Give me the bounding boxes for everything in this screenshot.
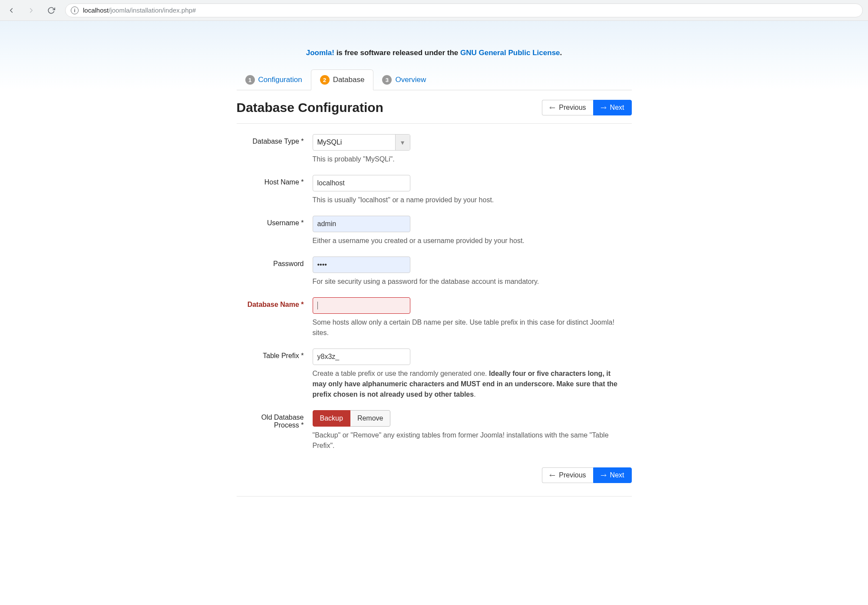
- label-host-name: Host Name *: [237, 175, 313, 186]
- tab-label: Configuration: [258, 76, 302, 84]
- username-input[interactable]: [313, 216, 410, 232]
- text-cursor: [317, 302, 318, 309]
- table-prefix-input[interactable]: [313, 349, 410, 365]
- backup-option[interactable]: Backup: [313, 410, 350, 427]
- row-username: Username * Either a username you created…: [237, 213, 632, 254]
- button-label: Next: [610, 471, 624, 479]
- browser-toolbar: i localhost/joomla/installation/index.ph…: [0, 0, 868, 21]
- tab-badge: 3: [382, 75, 392, 85]
- select-value: MySQLi: [313, 135, 395, 150]
- previous-button[interactable]: 🡐 Previous: [542, 467, 593, 483]
- help-host-name: This is usually "localhost" or a name pr…: [313, 195, 625, 205]
- row-database-name: Database Name * Some hosts allow only a …: [237, 295, 632, 346]
- page-title: Database Configuration: [237, 100, 383, 115]
- label-database-name: Database Name *: [237, 297, 313, 309]
- help-password: For site security using a password for t…: [313, 276, 625, 287]
- label-database-type: Database Type *: [237, 134, 313, 145]
- password-input[interactable]: [313, 256, 410, 273]
- row-host-name: Host Name * This is usually "localhost" …: [237, 172, 632, 213]
- url-text: localhost/joomla/installation/index.php#: [83, 7, 196, 14]
- address-bar[interactable]: i localhost/joomla/installation/index.ph…: [65, 3, 863, 17]
- help-database-type: This is probably "MySQLi".: [313, 154, 625, 164]
- gpl-link[interactable]: GNU General Public License: [460, 49, 560, 57]
- host-name-input[interactable]: [313, 175, 410, 191]
- tab-label: Overview: [395, 76, 426, 84]
- help-old-database-process: "Backup" or "Remove" any existing tables…: [313, 430, 625, 451]
- row-table-prefix: Table Prefix * Create a table prefix or …: [237, 346, 632, 408]
- tab-label: Database: [333, 76, 365, 84]
- back-button[interactable]: [5, 4, 17, 16]
- arrow-left-icon: 🡐: [549, 104, 555, 111]
- previous-button[interactable]: 🡐 Previous: [542, 100, 593, 115]
- site-info-icon[interactable]: i: [71, 7, 79, 14]
- remove-option[interactable]: Remove: [350, 410, 391, 427]
- nav-buttons-top: 🡐 Previous 🡒 Next: [542, 100, 631, 115]
- tab-configuration[interactable]: 1 Configuration: [237, 70, 311, 90]
- button-label: Previous: [559, 471, 586, 479]
- joomla-link[interactable]: Joomla!: [306, 49, 334, 57]
- help-database-name: Some hosts allow only a certain DB name …: [313, 317, 625, 338]
- button-label: Previous: [559, 104, 586, 112]
- page-header-gradient: Joomla! is free software released under …: [0, 21, 868, 90]
- row-old-database-process: Old Database Process * Backup Remove "Ba…: [237, 408, 632, 459]
- button-label: Next: [610, 104, 624, 112]
- separator: [237, 123, 632, 124]
- label-username: Username *: [237, 216, 313, 227]
- row-database-type: Database Type * MySQLi ▾ This is probabl…: [237, 132, 632, 172]
- install-step-tabs: 1 Configuration 2 Database 3 Overview: [237, 69, 632, 90]
- database-type-select[interactable]: MySQLi ▾: [313, 134, 410, 151]
- label-table-prefix: Table Prefix *: [237, 349, 313, 360]
- row-password: Password For site security using a passw…: [237, 254, 632, 295]
- chevron-down-icon: ▾: [395, 135, 410, 150]
- separator: [237, 496, 632, 496]
- database-form: Database Type * MySQLi ▾ This is probabl…: [237, 132, 632, 459]
- label-old-database-process: Old Database Process *: [237, 410, 313, 429]
- arrow-right-icon: 🡒: [601, 104, 607, 111]
- nav-buttons-bottom: 🡐 Previous 🡒 Next: [237, 459, 632, 496]
- tab-badge: 1: [245, 75, 255, 85]
- tab-database[interactable]: 2 Database: [311, 69, 374, 90]
- tab-badge: 2: [320, 75, 330, 85]
- label-password: Password: [237, 256, 313, 268]
- page-header-row: Database Configuration 🡐 Previous 🡒 Next: [237, 90, 632, 123]
- help-username: Either a username you created or a usern…: [313, 236, 625, 246]
- arrow-left-icon: 🡐: [549, 472, 555, 479]
- old-db-toggle: Backup Remove: [313, 410, 391, 427]
- reload-button[interactable]: [45, 4, 57, 16]
- database-name-input[interactable]: [313, 297, 410, 314]
- next-button[interactable]: 🡒 Next: [593, 100, 632, 115]
- forward-button[interactable]: [25, 4, 37, 16]
- tab-overview[interactable]: 3 Overview: [373, 70, 435, 90]
- arrow-right-icon: 🡒: [601, 472, 607, 479]
- intro-text: Joomla! is free software released under …: [0, 33, 868, 69]
- help-table-prefix: Create a table prefix or use the randoml…: [313, 368, 625, 400]
- next-button[interactable]: 🡒 Next: [593, 467, 632, 483]
